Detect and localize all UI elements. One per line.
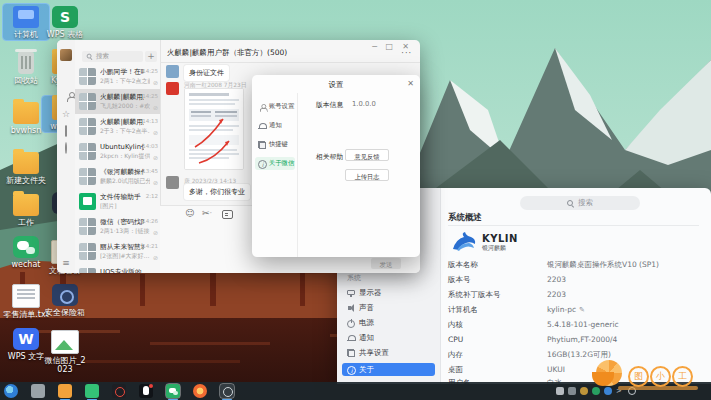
chat-preview: 2两1：下午2点之前… xyxy=(100,77,150,86)
taskbar: > xyxy=(0,382,711,400)
chat-list-item[interactable]: 丽从未来智慧城市… 14:21 [2张图]#大家好… ⊘ xyxy=(75,239,160,264)
desktop-icon-image[interactable]: 微信图片_2023 xyxy=(42,328,88,375)
chat-time: 14:03 xyxy=(142,143,158,149)
tray-search-icon[interactable] xyxy=(628,387,636,395)
edit-hostname-icon[interactable]: ✎ xyxy=(579,306,585,314)
dialog-item-shortcuts[interactable]: 快捷键 xyxy=(255,138,295,151)
feedback-button[interactable]: 意见反馈 xyxy=(345,149,389,161)
taskbar-app-qq[interactable] xyxy=(139,384,153,398)
dialog-close-icon[interactable]: ✕ xyxy=(407,79,414,88)
minimize-button[interactable]: ─ xyxy=(372,42,377,51)
tray-expand-icon[interactable]: > xyxy=(616,387,624,395)
sidebar-item-sound[interactable]: 声音 xyxy=(342,301,435,314)
nav-favorites-icon[interactable]: ☆ xyxy=(61,109,71,119)
chat-avatar xyxy=(79,218,96,235)
taskbar-app-notes[interactable] xyxy=(85,384,99,398)
chat-list-item[interactable]: 微信（密码找回身份… 14:26 2两1·13两：[链接] 麒麟… ⊘ xyxy=(75,214,160,239)
row-label: CPU xyxy=(448,335,463,344)
chat-list-item[interactable]: UOS专业版的… xyxy=(75,264,160,273)
taskbar-app-wechat[interactable] xyxy=(166,384,180,398)
chat-list-item-selected[interactable]: 火麒麟|麒麟用户群… 14:25 飞儿姐2000：#欢迎新成员… ⊘ xyxy=(75,89,160,114)
info-row-desktop: 桌面 UKUI xyxy=(448,365,701,377)
keyboard-icon xyxy=(258,141,266,149)
settings-search-box[interactable]: 搜索 xyxy=(520,196,640,210)
row-label: 计算机名 xyxy=(448,305,478,315)
message-avatar[interactable] xyxy=(166,176,179,189)
chat-avatar xyxy=(79,93,96,110)
sidebar-item-notification[interactable]: 通知 xyxy=(342,331,435,344)
taskbar-app-kylin-video[interactable] xyxy=(112,384,126,398)
kylin-beast-icon xyxy=(451,231,477,253)
bell-icon xyxy=(347,334,355,342)
chat-preview: [图片] xyxy=(100,202,150,211)
chat-list-item[interactable]: 小鹏同学！在吗！ 14:25 2两1：下午2点之前… ⊘ xyxy=(75,64,160,89)
icon-label: 安全保险箱 xyxy=(42,308,88,317)
taskbar-app-control-center[interactable] xyxy=(220,384,234,398)
mute-icon: ⊘ xyxy=(153,230,158,236)
chat-title: 小鹏同学！在吗！ xyxy=(100,67,144,77)
screenshot-icon[interactable]: ✂˅ xyxy=(202,208,212,219)
chat-list-item-file-transfer[interactable]: 文件传输助手 2:12 [图片] xyxy=(75,189,160,214)
start-menu-button[interactable] xyxy=(4,384,18,398)
message-image-attachment[interactable] xyxy=(184,88,244,170)
computer-icon xyxy=(13,6,39,28)
version-label: 版本信息 xyxy=(316,100,343,110)
about-section-title: 系统概述 xyxy=(448,212,482,224)
sidebar-item-display[interactable]: 显示器 xyxy=(342,286,435,299)
chat-title: 微信（密码找回身份… xyxy=(100,217,144,227)
message-avatar[interactable] xyxy=(166,65,179,78)
power-icon xyxy=(347,319,355,327)
monitor-icon xyxy=(347,289,355,297)
row-label: 系统补丁版本号 xyxy=(448,290,501,300)
user-avatar[interactable] xyxy=(60,49,72,61)
mute-icon: ⊘ xyxy=(153,255,158,261)
desktop-icon-wps-sheet[interactable]: S WPS 表格 xyxy=(42,4,88,40)
maximize-button[interactable]: □ xyxy=(385,42,393,51)
tray-qq-icon[interactable] xyxy=(604,387,612,395)
sidebar-item-about[interactable]: 关于 xyxy=(342,363,435,376)
row-value: 16GB(13.2G可用) xyxy=(547,350,611,360)
task-view-button[interactable] xyxy=(31,384,45,398)
tray-security-icon[interactable] xyxy=(580,387,588,395)
chat-avatar xyxy=(79,243,96,260)
tray-wechat-icon[interactable] xyxy=(592,387,600,395)
upload-log-button[interactable]: 上传日志 xyxy=(345,169,389,181)
taskbar-app-firefox[interactable] xyxy=(193,384,207,398)
tray-input-method-icon[interactable] xyxy=(556,387,564,395)
chat-list-item[interactable]: 《银河麒麟操作系统… 13:45 麒麟2.0试用版已分享… ⊘ xyxy=(75,164,160,189)
chat-search-box[interactable]: 搜索 xyxy=(82,51,143,62)
safebox-icon xyxy=(52,284,78,306)
nav-contacts-icon[interactable] xyxy=(61,92,71,102)
message-avatar[interactable] xyxy=(166,82,179,95)
chat-history-icon[interactable] xyxy=(222,210,233,219)
nav-files-icon[interactable] xyxy=(61,126,71,136)
file-transfer-avatar xyxy=(79,193,96,210)
chat-avatar xyxy=(79,118,96,135)
nav-moments-icon[interactable] xyxy=(61,143,71,153)
dialog-sidebar: 账号设置 通知 快捷键 关于微信 xyxy=(252,93,298,257)
nav-chats-icon[interactable] xyxy=(61,74,71,84)
tray-printer-icon[interactable] xyxy=(568,387,576,395)
search-icon xyxy=(87,54,93,60)
chat-list-item[interactable]: 火麒麟|麒麟用户群… 14:13 2于3：下午2点半… ⊘ xyxy=(75,114,160,139)
mute-icon: ⊘ xyxy=(153,155,158,161)
desktop-icon-safe[interactable]: 安全保险箱 xyxy=(42,282,88,318)
search-icon xyxy=(567,200,574,207)
chat-list-item[interactable]: UbuntuKylin优麒… 14:03 2kpcn：Kylin提供… ⊘ xyxy=(75,139,160,164)
taskbar-app-software-center[interactable] xyxy=(58,384,72,398)
nav-more-menu-icon[interactable]: ≡ xyxy=(61,258,71,268)
dialog-item-account[interactable]: 账号设置 xyxy=(255,100,295,113)
dialog-item-about-wechat[interactable]: 关于微信 xyxy=(255,157,295,170)
dialog-item-notification[interactable]: 通知 xyxy=(255,119,295,132)
emoji-icon[interactable]: ☺ xyxy=(185,208,194,218)
image-file-icon xyxy=(51,330,79,354)
sidebar-item-power[interactable]: 电源 xyxy=(342,316,435,329)
send-button[interactable]: 发送 xyxy=(371,258,401,269)
new-chat-button[interactable]: + xyxy=(145,51,157,62)
mute-icon: ⊘ xyxy=(153,130,158,136)
row-label: 桌面 xyxy=(448,365,463,375)
chat-more-button[interactable]: ··· xyxy=(401,49,412,58)
sidebar-item-sharing[interactable]: 共享设置 xyxy=(342,346,435,359)
desktop-icon-new-folder[interactable]: 新建文件夹 xyxy=(3,150,49,186)
chat-preview: 麒麟2.0试用版已分享… xyxy=(100,177,150,186)
